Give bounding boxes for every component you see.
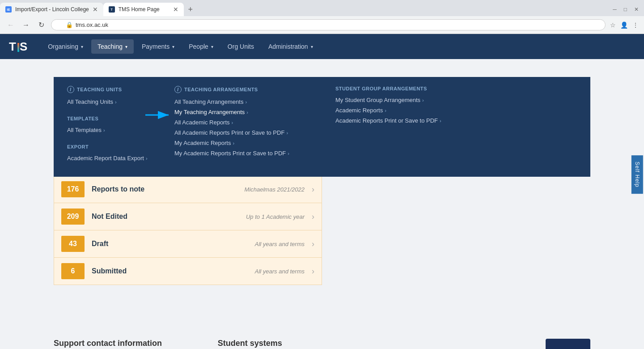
teaching-caret: ▾	[125, 44, 127, 49]
arrow-icon-8: ›	[233, 140, 234, 146]
bookmark-icon[interactable]: ☆	[610, 21, 616, 29]
export-label: EXPORT	[67, 144, 157, 149]
administration-caret: ▾	[311, 44, 313, 49]
tab-close-1[interactable]: ✕	[93, 6, 98, 13]
teaching-dropdown: i TEACHING UNITS All Teaching Units › TE…	[54, 77, 590, 177]
back-button[interactable]: ←	[5, 20, 16, 30]
export-section: EXPORT Academic Report Data Export ›	[67, 144, 157, 163]
report-count-4: 6	[61, 263, 85, 279]
all-teaching-units-link[interactable]: All Teaching Units ›	[67, 97, 157, 107]
arrow-icon-9: ›	[288, 151, 289, 156]
footer-links-col: Accessibility Privacy Policy Student Sys…	[381, 339, 519, 349]
logo[interactable]: TS	[9, 40, 28, 54]
tab-title-1: Import/Export - Lincoln College	[15, 6, 89, 13]
arrow-icon-7: ›	[286, 130, 288, 136]
report-label-3: Draft	[92, 240, 248, 248]
student-group-arrangements-label: STUDENT GROUP ARRANGEMENTS	[335, 86, 470, 91]
navbar: TS Organising ▾ Teaching ▾ Payments ▾ Pe…	[0, 34, 644, 59]
report-cards-list: 176 Reports to note Michaelmas 2021/2022…	[54, 175, 322, 285]
people-caret: ▾	[211, 44, 213, 49]
close-window-icon[interactable]: ✕	[634, 6, 639, 13]
info-icon-2: i	[174, 86, 182, 93]
nav-item-org-units[interactable]: Org Units	[221, 39, 260, 54]
self-help-tab[interactable]: Self Help	[631, 155, 643, 194]
window-controls: ─ □ ✕	[613, 6, 644, 13]
address-bar: ← → ↻ 🔒 tms.ox.ac.uk ☆ 👤 ⋮	[0, 16, 644, 34]
teaching-arrangements-label: i TEACHING ARRANGEMENTS	[174, 86, 300, 93]
address-bar-actions: ☆ 👤 ⋮	[610, 21, 639, 29]
tab-favicon-1: IE	[5, 6, 12, 13]
oxford-crest-svg: OXFORD	[559, 345, 577, 349]
reload-button[interactable]: ↻	[36, 20, 47, 30]
footer: Support contact information T: +44(0)186…	[0, 321, 644, 349]
forward-button[interactable]: →	[21, 20, 31, 30]
nav-item-teaching[interactable]: Teaching ▾	[91, 39, 134, 54]
report-label-2: Not Edited	[92, 213, 239, 221]
report-card-submitted[interactable]: 6 Submitted All years and terms ›	[54, 257, 322, 285]
support-heading: Support contact information	[54, 339, 191, 348]
oxford-logo: OXFORD	[546, 339, 590, 349]
footer-student-systems-col: Student systems eVision Student Self Ser…	[218, 339, 355, 349]
report-label-1: Reports to note	[92, 185, 237, 193]
tab-close-2[interactable]: ✕	[173, 6, 178, 13]
report-sublabel-4: All years and terms	[255, 268, 305, 275]
report-sublabel-1: Michaelmas 2021/2022	[245, 186, 305, 193]
arrow-icon-2: ›	[103, 128, 105, 133]
menu-icon[interactable]: ⋮	[632, 21, 639, 29]
report-sublabel-2: Up to 1 Academic year	[246, 213, 305, 220]
my-teaching-arrangements-link[interactable]: My Teaching Arrangements ›	[174, 107, 248, 117]
chevron-icon-3: ›	[312, 239, 314, 249]
arrow-icon-11: ›	[385, 108, 386, 113]
report-label-4: Submitted	[92, 267, 248, 275]
footer-logo-col: OXFORD	[546, 339, 590, 349]
report-card-not-edited[interactable]: 209 Not Edited Up to 1 Academic year ›	[54, 203, 322, 230]
report-count-1: 176	[61, 181, 85, 197]
my-academic-reports-link[interactable]: My Academic Reports ›	[174, 138, 300, 148]
arrow-icon-10: ›	[422, 98, 424, 103]
maximize-icon[interactable]: □	[624, 6, 627, 13]
dropdown-col-3: STUDENT GROUP ARRANGEMENTS My Student Gr…	[335, 86, 470, 163]
new-tab-button[interactable]: +	[184, 3, 197, 16]
arrow-icon-12: ›	[440, 118, 441, 123]
payments-caret: ▾	[172, 44, 174, 49]
info-icon-1: i	[67, 86, 74, 93]
academic-report-data-export-link[interactable]: Academic Report Data Export ›	[67, 153, 157, 163]
chevron-icon-2: ›	[312, 212, 314, 221]
tab-favicon-2: T	[109, 6, 115, 13]
report-count-3: 43	[61, 236, 85, 252]
tab-tms-home[interactable]: T TMS Home Page ✕	[103, 3, 184, 16]
address-input[interactable]: 🔒 tms.ox.ac.uk	[51, 19, 606, 30]
arrow-icon: ›	[115, 99, 117, 105]
browser-tabs: IE Import/Export - Lincoln College ✕ T T…	[0, 0, 644, 16]
arrow-icon-6: ›	[232, 120, 233, 125]
minimize-icon[interactable]: ─	[613, 6, 617, 13]
report-card-reports-to-note[interactable]: 176 Reports to note Michaelmas 2021/2022…	[54, 175, 322, 203]
address-text: tms.ox.ac.uk	[76, 21, 108, 28]
arrow-icon-5: ›	[246, 110, 248, 115]
nav-item-administration[interactable]: Administration ▾	[262, 39, 319, 54]
all-teaching-arrangements-link[interactable]: All Teaching Arrangements ›	[174, 97, 300, 107]
profile-icon[interactable]: 👤	[620, 21, 628, 29]
student-systems-heading: Student systems	[218, 339, 355, 348]
blue-arrow-annotation	[145, 111, 172, 119]
chevron-icon-4: ›	[312, 267, 314, 276]
nav-item-payments[interactable]: Payments ▾	[136, 39, 181, 54]
report-card-draft[interactable]: 43 Draft All years and terms ›	[54, 230, 322, 257]
my-student-group-arrangements-link[interactable]: My Student Group Arrangements ›	[335, 95, 470, 105]
my-academic-reports-print-link[interactable]: My Academic Reports Print or Save to PDF…	[174, 148, 300, 158]
arrow-icon-4: ›	[245, 99, 247, 105]
tab-import-export[interactable]: IE Import/Export - Lincoln College ✕	[0, 3, 103, 16]
academic-reports-print-link[interactable]: Academic Reports Print or Save to PDF ›	[335, 115, 470, 126]
nav-item-people[interactable]: People ▾	[182, 39, 220, 54]
all-academic-reports-link[interactable]: All Academic Reports ›	[174, 117, 300, 128]
academic-reports-link[interactable]: Academic Reports ›	[335, 105, 470, 115]
organising-caret: ▾	[81, 44, 83, 49]
report-count-2: 209	[61, 209, 85, 225]
chevron-icon-1: ›	[312, 185, 314, 194]
all-academic-reports-print-link[interactable]: All Academic Reports Print or Save to PD…	[174, 128, 300, 138]
logo-text: TS	[9, 40, 28, 54]
nav-item-organising[interactable]: Organising ▾	[42, 39, 89, 54]
report-sublabel-3: All years and terms	[255, 241, 305, 247]
dropdown-col-2: i TEACHING ARRANGEMENTS All Teaching Arr…	[174, 86, 300, 163]
all-templates-link[interactable]: All Templates ›	[67, 125, 157, 135]
